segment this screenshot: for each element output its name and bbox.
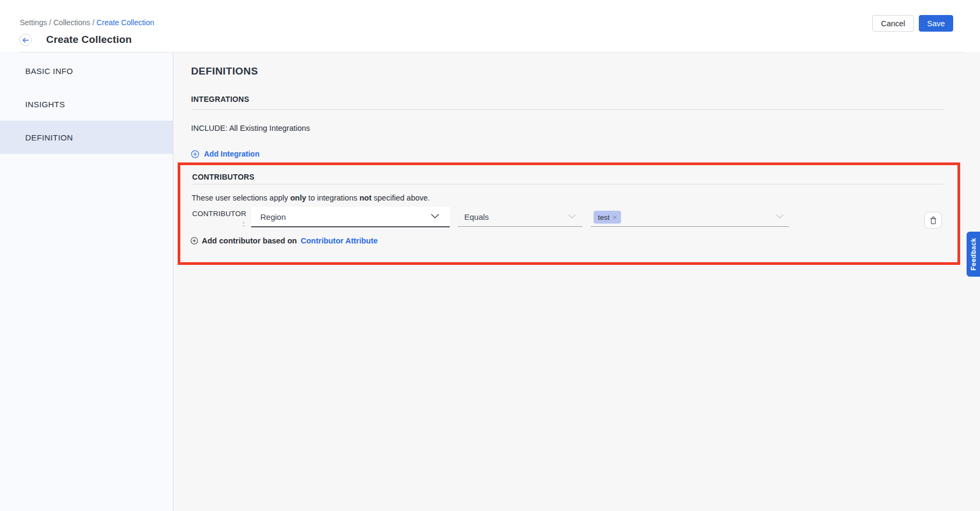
- operator-select[interactable]: Equals: [458, 208, 582, 227]
- breadcrumb-settings[interactable]: Settings: [20, 18, 47, 27]
- create-collection-page: Settings/Collections/Create Collection C…: [0, 0, 980, 511]
- left-arrow-icon: [23, 38, 29, 43]
- back-button[interactable]: [19, 34, 32, 46]
- page-title: Create Collection: [46, 34, 132, 46]
- feedback-tab-label: Feedback: [970, 238, 977, 271]
- contributor-row-label: CONTRIBUTOR :: [192, 209, 246, 229]
- delete-row-button[interactable]: [924, 212, 942, 228]
- chevron-down-icon: [568, 214, 576, 219]
- sidebar-item-definition[interactable]: DEFINITION: [0, 121, 173, 154]
- breadcrumb-separator: /: [47, 18, 54, 27]
- plus-circle-icon: [191, 150, 199, 158]
- contributors-divider: [192, 184, 944, 184]
- value-tag-label: test: [598, 213, 610, 221]
- add-integration-label: Add Integration: [204, 150, 259, 158]
- sidebar: BASIC INFO INSIGHTS DEFINITION: [0, 53, 173, 511]
- values-select[interactable]: test ×: [591, 208, 789, 227]
- include-line: INCLUDE: All Existing Integrations: [191, 124, 310, 132]
- contributors-note: These user selections apply only to inte…: [192, 194, 430, 202]
- plus-circle-icon: [191, 237, 198, 245]
- contributors-section-label: CONTRIBUTORS: [192, 173, 254, 181]
- sidebar-item-insights[interactable]: INSIGHTS: [0, 87, 173, 121]
- page-header: Settings/Collections/Create Collection C…: [0, 0, 980, 52]
- chevron-down-icon: [431, 214, 439, 219]
- definitions-heading: DEFINITIONS: [191, 65, 258, 77]
- add-contributor-prefix: Add contributor based on: [202, 236, 297, 245]
- breadcrumb-separator: /: [90, 18, 97, 27]
- sidebar-item-basic-info[interactable]: BASIC INFO: [0, 54, 173, 87]
- integrations-section-label: INTEGRATIONS: [191, 95, 249, 103]
- integrations-divider: [191, 109, 944, 110]
- remove-tag-button[interactable]: ×: [613, 214, 617, 221]
- add-contributor-row: Add contributor based on Contributor Att…: [191, 236, 378, 245]
- breadcrumb-collections[interactable]: Collections: [53, 18, 90, 27]
- operator-select-value: Equals: [464, 212, 489, 221]
- trash-icon: [930, 216, 937, 225]
- contributor-attribute-link[interactable]: Contributor Attribute: [301, 236, 378, 245]
- save-button[interactable]: Save: [919, 15, 953, 32]
- feedback-tab[interactable]: Feedback: [967, 232, 980, 277]
- add-integration-link[interactable]: Add Integration: [191, 150, 259, 158]
- breadcrumb-current[interactable]: Create Collection: [97, 18, 154, 27]
- breadcrumb: Settings/Collections/Create Collection: [20, 18, 154, 27]
- value-tag: test ×: [594, 211, 621, 224]
- attribute-select[interactable]: Region: [251, 207, 450, 227]
- cancel-button[interactable]: Cancel: [872, 15, 914, 32]
- attribute-select-value: Region: [260, 212, 286, 221]
- chevron-down-icon: [776, 214, 784, 219]
